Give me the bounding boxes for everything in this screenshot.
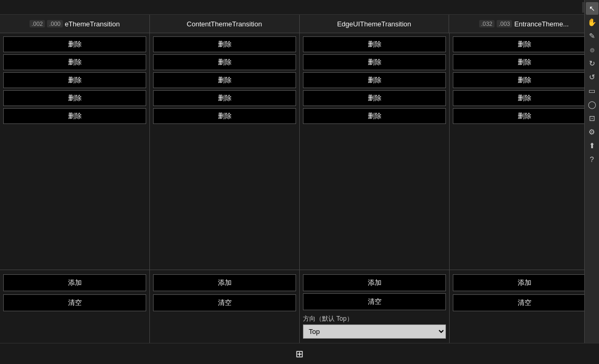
- col-title-1: ContentThemeTransition: [187, 20, 262, 28]
- col-title-2: EdgeUIThemeTransition: [337, 20, 411, 28]
- content-and-sidebar: .002 .000 eThemeTransition ContentThemeT…: [0, 15, 599, 343]
- add-btn-2-top[interactable]: 添加: [303, 274, 446, 291]
- col-tab-0[interactable]: .002 .000 eThemeTransition: [0, 15, 150, 33]
- headphone-icon[interactable]: ⌾: [586, 43, 598, 56]
- camera-icon[interactable]: ⊡: [586, 112, 598, 124]
- main-rows-area: 删除 删除 删除 删除 删除 删除 删除 删除 删除 删除 删除 删: [0, 33, 599, 270]
- direction-label: 方向（默认 Top）: [303, 314, 446, 323]
- rotate-cw-icon[interactable]: ↻: [586, 57, 598, 70]
- col-tab-3[interactable]: .032 .003 EntranceTheme...: [449, 15, 599, 33]
- delete-btn-0-0[interactable]: 删除: [3, 36, 146, 52]
- columns-header: .002 .000 eThemeTransition ContentThemeT…: [0, 15, 599, 33]
- delete-btn-2-0[interactable]: 删除: [303, 36, 446, 52]
- delete-btn-0-2[interactable]: 删除: [3, 72, 146, 88]
- footer-col-0: 添加 清空: [0, 270, 150, 343]
- hand-icon[interactable]: ✋: [586, 16, 598, 28]
- delete-btn-3-4[interactable]: 删除: [453, 108, 596, 124]
- col-title-3: EntranceTheme...: [514, 20, 568, 28]
- delete-btn-0-4[interactable]: 删除: [3, 108, 146, 124]
- delete-btn-2-2[interactable]: 删除: [303, 72, 446, 88]
- footer-col-2: 添加 清空 方向（默认 Top） Top Bottom Left Right: [300, 270, 450, 343]
- rotate-ccw-icon[interactable]: ↺: [586, 71, 598, 83]
- col-tab-1[interactable]: ContentThemeTransition: [150, 15, 300, 33]
- pen-icon[interactable]: ✎: [586, 30, 598, 42]
- title-bar: ✕: [0, 0, 599, 15]
- col-tab-2[interactable]: EdgeUIThemeTransition: [300, 15, 450, 33]
- delete-btn-3-0[interactable]: 删除: [453, 36, 596, 52]
- add-btn-1[interactable]: 添加: [153, 274, 296, 291]
- delete-btn-1-3[interactable]: 删除: [153, 90, 296, 106]
- delete-btn-2-3[interactable]: 删除: [303, 90, 446, 106]
- column-panel-2: 删除 删除 删除 删除 删除: [300, 33, 450, 270]
- clear-btn-3[interactable]: 清空: [453, 294, 596, 311]
- delete-btn-2-1[interactable]: 删除: [303, 54, 446, 70]
- direction-select[interactable]: Top Bottom Left Right: [303, 324, 446, 339]
- add-btn-3[interactable]: 添加: [453, 274, 596, 291]
- clear-btn-0[interactable]: 清空: [3, 294, 146, 311]
- col-badge-3a: .032: [479, 20, 495, 27]
- globe-icon[interactable]: ◯: [586, 98, 598, 111]
- col-badge-3b: .003: [497, 20, 512, 27]
- direction-section: 方向（默认 Top） Top Bottom Left Right: [303, 314, 446, 339]
- footer-area: 添加 清空 添加 清空 添加 清空 方向（默认 Top） Top: [0, 270, 599, 343]
- col-badge-0b: .000: [47, 20, 62, 27]
- delete-btn-3-2[interactable]: 删除: [453, 72, 596, 88]
- help-icon[interactable]: ?: [586, 153, 598, 166]
- delete-btn-1-1[interactable]: 删除: [153, 54, 296, 70]
- delete-btn-0-1[interactable]: 删除: [3, 54, 146, 70]
- delete-btn-1-0[interactable]: 删除: [153, 36, 296, 52]
- left-content: .002 .000 eThemeTransition ContentThemeT…: [0, 15, 599, 343]
- footer-col-3: 添加 清空: [450, 270, 599, 343]
- clear-btn-1[interactable]: 清空: [153, 294, 296, 311]
- column-panel-1: 删除 删除 删除 删除 删除: [150, 33, 300, 270]
- col-title-0: eThemeTransition: [65, 20, 120, 28]
- delete-btn-2-4[interactable]: 删除: [303, 108, 446, 124]
- right-toolbar: ↖ ✋ ✎ ⌾ ↻ ↺ ▭ ◯ ⊡ ⚙ ⬆ ?: [584, 15, 599, 343]
- taskbar: ⊞: [0, 343, 599, 364]
- app-window: ✕ .002 .000 eThemeTransition ContentThem…: [0, 0, 599, 343]
- delete-btn-1-2[interactable]: 删除: [153, 72, 296, 88]
- column-panel-0: 删除 删除 删除 删除 删除: [0, 33, 150, 270]
- monitor-icon[interactable]: ▭: [586, 84, 598, 97]
- column-panel-3: 删除 删除 删除 删除 删除: [450, 33, 599, 270]
- delete-btn-3-1[interactable]: 删除: [453, 54, 596, 70]
- add-btn-0[interactable]: 添加: [3, 274, 146, 291]
- col-badge-0a: .002: [30, 20, 45, 27]
- delete-btn-1-4[interactable]: 删除: [153, 108, 296, 124]
- upload-icon[interactable]: ⬆: [586, 139, 598, 152]
- delete-btn-0-3[interactable]: 删除: [3, 90, 146, 106]
- delete-btn-3-3[interactable]: 删除: [453, 90, 596, 106]
- footer-col-1: 添加 清空: [150, 270, 300, 343]
- clear-btn-2-top[interactable]: 清空: [303, 293, 446, 310]
- windows-start-button[interactable]: ⊞: [291, 346, 308, 362]
- gear-icon[interactable]: ⚙: [586, 126, 598, 138]
